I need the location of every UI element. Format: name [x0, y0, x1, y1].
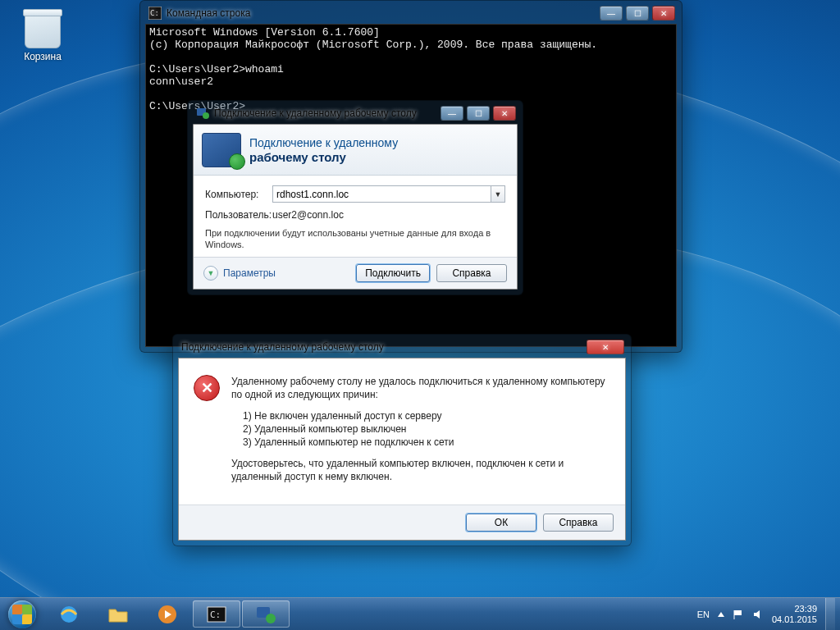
- media-player-icon: [157, 604, 178, 625]
- cmd-icon: C:: [206, 604, 227, 625]
- ie-icon: [58, 604, 80, 625]
- cmd-close-button[interactable]: ✕: [652, 6, 675, 21]
- ok-button[interactable]: ОК: [466, 514, 536, 532]
- taskbar-explorer[interactable]: [94, 600, 142, 628]
- rdp-titlebar[interactable]: Подключение к удаленному рабочему столу …: [193, 106, 518, 124]
- err-message: Удаленному рабочему столу не удалось под…: [231, 375, 610, 401]
- svg-point-3: [203, 112, 209, 119]
- rdp-title: Подключение к удаленному рабочему столу: [214, 107, 417, 119]
- rdp-logo-icon: [202, 133, 241, 167]
- chevron-down-icon: ▼: [203, 266, 218, 281]
- tray-volume-icon[interactable]: [752, 609, 764, 620]
- err-titlebar[interactable]: Подключение к удаленному рабочему столу …: [178, 340, 626, 358]
- tray-date[interactable]: 04.01.2015: [772, 614, 817, 625]
- user-value: user2@conn.loc: [272, 209, 344, 221]
- rdp-minimize-button[interactable]: —: [441, 106, 463, 121]
- err-help-button[interactable]: Справка: [543, 514, 614, 532]
- cmd-icon: C:: [148, 7, 162, 20]
- rdp-banner: Подключение к удаленному рабочему столу: [194, 125, 517, 176]
- window-error: Подключение к удаленному рабочему столу …: [172, 334, 632, 546]
- err-title: Подключение к удаленному рабочему столу: [181, 341, 384, 353]
- err-advice: Удостоверьтесь, что удаленный компьютер …: [231, 457, 610, 483]
- recycle-bin-label: Корзина: [12, 51, 73, 62]
- rdp-params-expander[interactable]: ▼ Параметры: [203, 266, 276, 281]
- rdp-icon: [196, 107, 209, 120]
- err-close-button[interactable]: ✕: [587, 340, 624, 354]
- computer-input[interactable]: [272, 185, 491, 203]
- user-label: Пользователь:: [205, 209, 272, 221]
- taskbar-media-player[interactable]: [144, 600, 191, 628]
- recycle-bin-icon: [25, 12, 61, 48]
- err-reason-1: 1) Не включен удаленный доступ к серверу: [243, 409, 610, 422]
- folder-icon: [107, 604, 129, 625]
- rdp-maximize-button[interactable]: ☐: [467, 106, 490, 121]
- taskbar-ie[interactable]: [45, 600, 93, 628]
- cmd-title: Командная строка: [167, 7, 250, 19]
- rdp-banner-line2: рабочему столу: [249, 150, 346, 164]
- rdp-close-button[interactable]: ✕: [493, 106, 516, 121]
- cmd-titlebar[interactable]: C: Командная строка — ☐ ✕: [145, 6, 677, 24]
- start-button[interactable]: [0, 598, 44, 630]
- computer-dropdown-button[interactable]: ▼: [491, 185, 505, 203]
- rdp-icon: [255, 604, 276, 625]
- desktop-icon-recycle-bin[interactable]: Корзина: [12, 12, 73, 62]
- tray-lang[interactable]: EN: [697, 609, 710, 619]
- taskbar-cmd[interactable]: C:: [193, 600, 240, 628]
- connect-button[interactable]: Подключить: [356, 264, 430, 282]
- help-button[interactable]: Справка: [436, 264, 507, 282]
- error-icon: ✕: [194, 375, 220, 401]
- rdp-banner-line1: Подключение к удаленному: [249, 135, 398, 150]
- svg-text:C:: C:: [150, 9, 159, 17]
- computer-label: Компьютер:: [205, 189, 272, 200]
- windows-logo-icon: [8, 600, 36, 628]
- tray-flag-icon[interactable]: [733, 609, 744, 620]
- show-desktop-button[interactable]: [825, 598, 835, 631]
- tray-time[interactable]: 23:39: [772, 604, 817, 614]
- err-reason-2: 2) Удаленный компьютер выключен: [243, 422, 610, 436]
- tray-show-hidden-icon[interactable]: [718, 612, 724, 617]
- err-reason-3: 3) Удаленный компьютер не подключен к се…: [243, 436, 610, 449]
- window-rdp: Подключение к удаленному рабочему столу …: [187, 100, 523, 295]
- rdp-params-label: Параметры: [223, 267, 276, 279]
- rdp-hint: При подключении будут использованы учетн…: [205, 227, 505, 250]
- cmd-maximize-button[interactable]: ☐: [626, 6, 649, 21]
- taskbar: C: EN 23:39 04.01.2015: [0, 597, 840, 630]
- svg-point-10: [266, 614, 276, 623]
- taskbar-rdp[interactable]: [242, 600, 290, 628]
- cmd-minimize-button[interactable]: —: [600, 6, 623, 21]
- svg-text:C:: C:: [210, 609, 221, 620]
